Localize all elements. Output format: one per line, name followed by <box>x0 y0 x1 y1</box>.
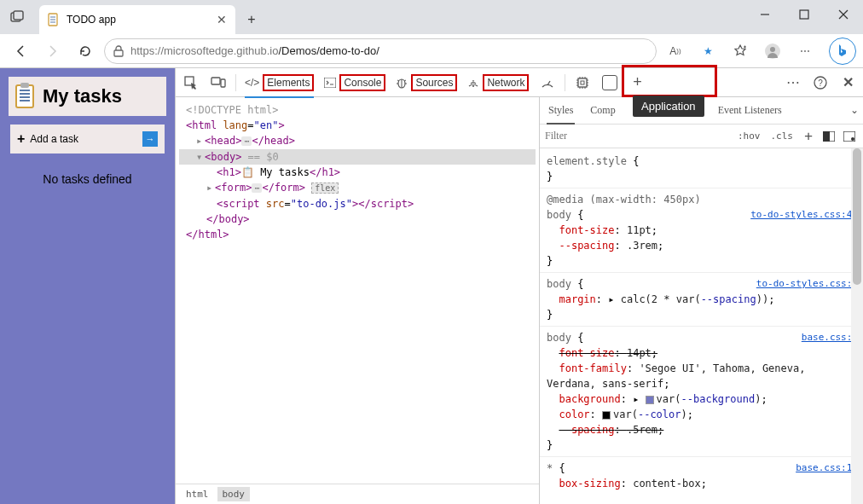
tab-network[interactable]: Network <box>462 70 534 96</box>
browser-tab[interactable]: TODO app ✕ <box>39 5 235 34</box>
close-tab-icon[interactable]: ✕ <box>217 13 227 26</box>
close-window-button[interactable] <box>824 0 863 29</box>
crumb-html[interactable]: html <box>181 487 214 501</box>
more-tools-icon[interactable]: ⋯ <box>779 70 807 96</box>
chevron-down-icon[interactable]: ⌄ <box>846 102 863 119</box>
app-heading: My tasks <box>9 77 166 116</box>
forward-button[interactable] <box>39 38 67 65</box>
code-icon: </> <box>245 77 259 89</box>
svg-point-46 <box>851 137 854 141</box>
crumb-body[interactable]: body <box>217 487 251 501</box>
window-titlebar: TODO app ✕ + <box>0 0 863 34</box>
tab-styles[interactable]: Styles <box>540 98 582 124</box>
console-icon <box>324 78 336 88</box>
lock-icon <box>113 45 124 57</box>
tab-title: TODO app <box>67 14 116 26</box>
computed-toggle-icon[interactable] <box>820 128 837 145</box>
url-text: https://microsoftedge.github.io/Demos/de… <box>130 44 379 57</box>
source-link[interactable]: to-do-styles.css:1 <box>756 276 858 292</box>
scrollbar[interactable] <box>851 148 863 504</box>
svg-text:?: ? <box>818 78 823 88</box>
cls-button[interactable]: .cls <box>767 130 797 142</box>
cpu-icon[interactable] <box>569 70 596 96</box>
tab-event-listeners[interactable]: Event Listeners <box>710 98 791 124</box>
close-devtools-icon[interactable]: ✕ <box>834 70 861 96</box>
no-tasks-text: No tasks defined <box>0 172 175 186</box>
network-icon <box>467 78 479 88</box>
filter-input[interactable] <box>545 130 731 142</box>
device-icon[interactable] <box>205 70 232 96</box>
source-link[interactable]: base.css:15 <box>796 461 858 476</box>
page-title: My tasks <box>43 85 122 107</box>
svg-point-25 <box>472 85 474 87</box>
app-panel: My tasks + Add a task → No tasks defined <box>0 68 175 504</box>
favorite-icon[interactable]: ★ <box>694 38 721 65</box>
tab-elements[interactable]: </> Elements <box>240 70 319 96</box>
application-icon[interactable] <box>596 70 623 96</box>
minimize-button[interactable] <box>745 0 785 29</box>
address-bar[interactable]: https://microsoftedge.github.io/Demos/de… <box>104 38 657 64</box>
browser-toolbar: https://microsoftedge.github.io/Demos/de… <box>0 34 863 68</box>
document-icon <box>48 13 60 26</box>
add-task-label: Add a task <box>30 133 78 145</box>
svg-rect-16 <box>211 78 220 84</box>
maximize-button[interactable] <box>785 0 824 29</box>
read-aloud-icon[interactable]: A)) <box>662 38 689 65</box>
refresh-button[interactable] <box>72 38 99 65</box>
scrollbar-thumb[interactable] <box>853 148 861 285</box>
collections-icon[interactable] <box>727 38 754 65</box>
tab-actions-icon[interactable] <box>0 0 34 34</box>
highlight-frame <box>622 65 717 97</box>
bug-icon <box>396 77 408 89</box>
tab-console[interactable]: Console <box>319 70 391 96</box>
plus-icon: + <box>17 131 25 147</box>
help-icon[interactable]: ? <box>807 70 834 96</box>
bing-icon[interactable] <box>829 38 856 65</box>
back-button[interactable] <box>7 38 34 65</box>
svg-rect-44 <box>823 131 830 142</box>
svg-rect-17 <box>221 79 225 87</box>
tab-computed[interactable]: Comp <box>582 98 623 124</box>
rendering-icon[interactable] <box>841 128 858 145</box>
add-task-submit[interactable]: → <box>142 131 158 147</box>
svg-rect-28 <box>581 81 584 84</box>
source-link[interactable]: to-do-styles.css:40 <box>750 207 858 223</box>
profile-icon[interactable] <box>759 38 786 65</box>
css-rules[interactable]: element.style {} @media (max-width: 450p… <box>540 148 863 504</box>
new-rule-icon[interactable]: + <box>800 128 817 145</box>
svg-rect-7 <box>800 10 808 19</box>
tooltip-application: Application <box>633 96 704 117</box>
clipboard-icon <box>15 84 34 108</box>
elements-panel: <!DOCTYPE html> <html lang="en"> ▸<head>… <box>176 97 540 504</box>
add-task-bar[interactable]: + Add a task → <box>10 125 165 154</box>
new-tab-button[interactable]: + <box>239 7 264 32</box>
styles-filter-bar: :hov .cls + <box>540 125 863 148</box>
svg-rect-10 <box>114 50 123 56</box>
devtools-panel: </> Elements Console Sources Network + ⋯ <box>175 68 863 504</box>
breadcrumb[interactable]: html body <box>176 484 539 504</box>
svg-rect-18 <box>324 78 336 88</box>
source-link[interactable]: base.css:1 <box>802 330 858 345</box>
devtools-tabbar: </> Elements Console Sources Network + ⋯ <box>176 68 863 97</box>
svg-rect-1 <box>14 11 23 20</box>
styles-panel: Styles Comp Event Listeners ⌄ :hov .cls … <box>540 97 863 504</box>
tab-sources[interactable]: Sources <box>391 70 462 96</box>
inspect-icon[interactable] <box>177 70 205 96</box>
svg-rect-27 <box>578 78 587 87</box>
hov-button[interactable]: :hov <box>734 130 764 142</box>
performance-icon[interactable] <box>534 70 561 96</box>
svg-point-14 <box>770 47 775 52</box>
more-icon[interactable]: ⋯ <box>791 38 819 65</box>
dom-tree[interactable]: <!DOCTYPE html> <html lang="en"> ▸<head>… <box>176 97 539 484</box>
